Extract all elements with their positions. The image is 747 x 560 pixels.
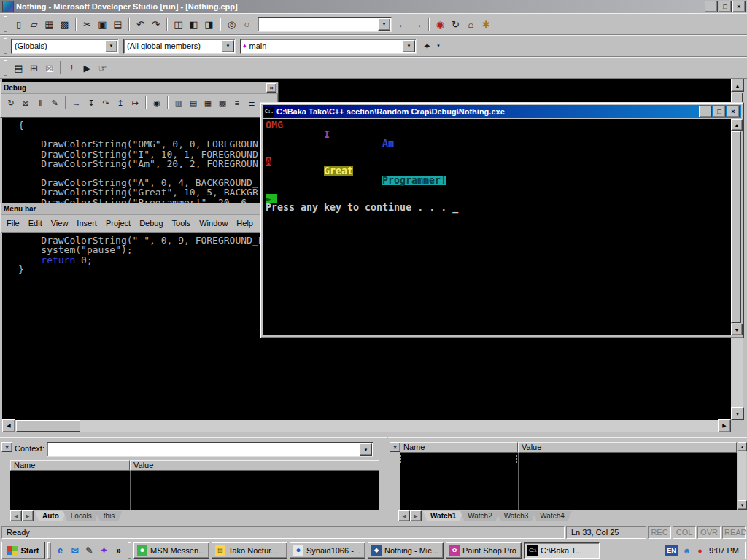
tab-scroll-right-icon[interactable]: ▶ (22, 510, 34, 521)
redo-icon[interactable]: ↷ (148, 17, 163, 31)
call-stack-icon[interactable]: ≡ (230, 96, 244, 109)
taskbar-task[interactable]: ✿Paint Shop Pro (446, 542, 522, 559)
registers-window-icon[interactable]: ▦ (201, 96, 215, 109)
compile-icon[interactable]: ▤ (11, 61, 26, 75)
scroll-up-icon[interactable]: ▲ (731, 119, 743, 131)
start-button[interactable]: Start (1, 542, 45, 559)
execute-program-icon[interactable]: ! (64, 61, 80, 75)
column-header-value[interactable]: Value (518, 442, 737, 453)
chevron-down-icon[interactable]: ▼ (105, 40, 117, 52)
menu-project[interactable]: Project (101, 217, 135, 229)
close-icon[interactable]: × (390, 442, 400, 452)
close-icon[interactable]: × (266, 83, 276, 93)
tab-scroll-left-icon[interactable]: ◀ (10, 510, 22, 521)
scrollbar-thumb[interactable] (731, 131, 741, 323)
wizardbar-actions-icon[interactable]: ✦ (419, 39, 435, 53)
members-combo[interactable]: (All global members) ▼ (123, 39, 236, 54)
column-divider[interactable] (130, 471, 131, 510)
msn-explorer-icon[interactable]: ✦ (97, 543, 111, 557)
apply-code-changes-icon[interactable]: ✎ (47, 96, 62, 109)
tab-watch3[interactable]: Watch3 (497, 511, 536, 521)
scroll-down-icon[interactable]: ▼ (731, 407, 744, 420)
paste-icon[interactable]: ▤ (110, 17, 125, 31)
toolbar-grip[interactable] (4, 38, 7, 54)
scroll-down-icon[interactable]: ▼ (738, 500, 747, 510)
scroll-up-icon[interactable]: ▲ (731, 79, 744, 92)
console-vscrollbar[interactable]: ▲ ▼ (731, 119, 741, 335)
scroll-down-icon[interactable]: ▼ (731, 324, 743, 335)
run-to-cursor-icon[interactable]: ↦ (128, 96, 142, 109)
home-icon[interactable]: ⌂ (463, 17, 479, 31)
msn-messenger-tray-icon[interactable]: ☻ (681, 545, 692, 556)
language-indicator[interactable]: EN (665, 545, 678, 556)
close-button[interactable]: × (732, 1, 746, 12)
tab-this[interactable]: this (96, 511, 123, 521)
toolbar-grip[interactable] (4, 16, 7, 32)
maximize-button[interactable]: □ (713, 106, 726, 117)
tab-watch4[interactable]: Watch4 (533, 511, 572, 521)
watch-vscrollbar[interactable]: ▲ ▼ (738, 442, 746, 510)
step-out-icon[interactable]: ↥ (113, 96, 128, 109)
taskbar-task[interactable]: ◆Nothing - Mic... (368, 542, 444, 559)
chevron-down-icon[interactable]: ▼ (378, 18, 390, 31)
tab-watch1[interactable]: Watch1 (423, 511, 463, 521)
save-icon[interactable]: ▦ (42, 17, 57, 31)
break-execution-icon[interactable]: ‖ (33, 96, 47, 109)
chevron-down-icon[interactable]: ▼ (403, 40, 415, 52)
undo-icon[interactable]: ↶ (133, 17, 148, 31)
back-icon[interactable]: ← (395, 17, 410, 31)
quickwatch-icon[interactable]: ◉ (150, 96, 164, 109)
taskbar-grip[interactable] (128, 542, 131, 559)
search-wand-icon[interactable]: ✱ (479, 17, 494, 31)
tab-scroll-right-icon[interactable]: ▶ (410, 510, 422, 521)
editor-hscrollbar[interactable]: ◀ ▶ (2, 420, 731, 432)
go-icon[interactable]: ▶ (80, 61, 95, 75)
maximize-button[interactable]: □ (719, 1, 732, 12)
chevron-down-icon[interactable]: ▼ (435, 39, 442, 53)
menu-edit[interactable]: Edit (24, 217, 47, 229)
close-button[interactable]: × (727, 106, 740, 117)
tab-auto[interactable]: Auto (35, 511, 66, 521)
chevron-down-icon[interactable]: ▼ (222, 40, 234, 52)
minimize-button[interactable]: _ (705, 1, 718, 12)
taskbar-task[interactable]: C:\C:\Baka T... (524, 542, 600, 559)
chevron-down-icon[interactable]: ▼ (360, 443, 372, 456)
open-folder-icon[interactable]: ▱ (26, 17, 42, 31)
breakpoint-hand-icon[interactable]: ☞ (95, 61, 110, 75)
outlook-express-icon[interactable]: ✉ (68, 543, 82, 557)
watch-focus-cell[interactable] (400, 454, 517, 464)
stop-build-icon[interactable]: ⊠ (42, 61, 57, 75)
scroll-up-icon[interactable]: ▲ (738, 442, 747, 451)
variables-grid[interactable] (10, 471, 379, 510)
copy-icon[interactable]: ▣ (95, 17, 110, 31)
menu-tools[interactable]: Tools (168, 217, 196, 229)
output-window-icon[interactable]: ◧ (186, 17, 201, 31)
tab-locals[interactable]: Locals (63, 511, 99, 521)
scroll-left-icon[interactable]: ◀ (2, 419, 15, 432)
menu-help[interactable]: Help (232, 217, 258, 229)
toolbar-grip[interactable] (4, 60, 7, 76)
column-header-name[interactable]: Name (400, 442, 518, 453)
taskbar-grip[interactable] (47, 542, 51, 559)
tab-watch2[interactable]: Watch2 (460, 511, 500, 521)
disassembly-icon[interactable]: ≣ (244, 96, 259, 109)
find-combo[interactable]: ▼ (258, 17, 392, 32)
find-in-files-icon[interactable]: ◎ (224, 17, 239, 31)
menu-view[interactable]: View (47, 217, 73, 229)
taskbar-task[interactable]: ☻MSN Messen... (133, 542, 209, 559)
minimize-button[interactable]: _ (699, 106, 712, 117)
menubar-titlebar[interactable]: Menu bar × (1, 203, 278, 215)
window-list-icon[interactable]: ◨ (201, 17, 217, 31)
menu-file[interactable]: File (2, 217, 24, 229)
function-combo[interactable]: ♦ main ▼ (240, 39, 417, 54)
cut-icon[interactable]: ✂ (80, 17, 95, 31)
find-icon[interactable]: ○ (239, 17, 255, 31)
forward-icon[interactable]: → (410, 17, 425, 31)
column-header-value[interactable]: Value (130, 460, 379, 471)
console-output[interactable]: OMGIAmAGreatProgrammer!► Press any key t… (263, 119, 731, 335)
watch-grid[interactable] (400, 453, 737, 510)
ie-icon[interactable]: e (53, 543, 67, 557)
watch-window-icon[interactable]: ▥ (171, 96, 186, 109)
stop-debugging-icon[interactable]: ⊠ (18, 96, 33, 109)
column-header-name[interactable]: Name (10, 460, 130, 471)
